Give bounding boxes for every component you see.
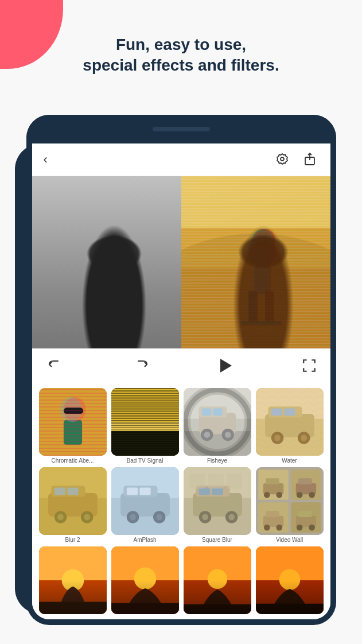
filter-thumb-svg-fisheye <box>184 388 251 456</box>
header-icons <box>273 150 319 169</box>
filter-bottom-2[interactable] <box>111 546 179 616</box>
filter-videowall[interactable]: Video Wall <box>256 467 324 543</box>
svg-rect-9 <box>98 291 107 323</box>
filter-thumb-svg-blur2 <box>39 467 107 535</box>
svg-line-14 <box>120 261 130 271</box>
svg-marker-0 <box>277 154 287 164</box>
svg-rect-6 <box>32 268 181 348</box>
svg-point-16 <box>181 234 330 348</box>
svg-rect-39 <box>111 388 179 456</box>
svg-rect-27 <box>249 291 258 323</box>
filter-label-chromatic: Chromatic Abe... <box>39 457 107 464</box>
filter-thumb-svg-b3 <box>184 546 251 614</box>
svg-point-111 <box>202 514 208 521</box>
filter-thumb-bottom-4 <box>256 546 324 614</box>
svg-point-156 <box>279 569 299 590</box>
svg-point-35 <box>61 397 84 422</box>
svg-point-124 <box>263 492 270 498</box>
filter-chromatic[interactable]: Chromatic Abe... <box>39 388 107 464</box>
svg-rect-51 <box>111 410 179 412</box>
svg-rect-46 <box>111 398 179 399</box>
app-screen: ‹ <box>32 143 330 619</box>
filter-bottom-4[interactable] <box>256 546 324 616</box>
svg-rect-116 <box>227 474 242 489</box>
svg-rect-114 <box>189 474 205 489</box>
svg-point-141 <box>61 569 84 592</box>
svg-rect-15 <box>181 176 330 348</box>
filter-badtv[interactable]: Bad TV Signal <box>111 388 179 464</box>
svg-rect-4 <box>32 176 181 348</box>
filters-row-2: Blur 2 <box>39 467 324 543</box>
svg-rect-38 <box>63 408 83 414</box>
phone-mockup: ‹ <box>26 115 336 625</box>
skater-color-svg <box>181 176 330 348</box>
svg-rect-17 <box>181 268 330 348</box>
svg-rect-52 <box>111 413 179 414</box>
svg-rect-157 <box>256 604 324 614</box>
filter-label-blur2: Blur 2 <box>39 537 107 543</box>
filter-blur2[interactable]: Blur 2 <box>39 467 107 543</box>
header-title: Fun, easy to use, special effects and fi… <box>0 34 362 76</box>
svg-rect-22 <box>255 265 271 294</box>
filter-thumb-svg-amplash <box>111 467 179 535</box>
svg-rect-155 <box>256 580 324 614</box>
svg-line-13 <box>89 271 104 282</box>
svg-rect-123 <box>266 478 279 484</box>
phone-frame: ‹ <box>26 115 336 625</box>
svg-rect-150 <box>184 580 251 614</box>
svg-rect-64 <box>202 408 211 416</box>
filter-thumb-chromatic <box>39 388 107 456</box>
controls-bar <box>32 348 330 382</box>
svg-point-19 <box>251 235 276 267</box>
filter-thumb-bottom-3 <box>184 546 251 614</box>
redo-button[interactable] <box>133 357 150 374</box>
svg-rect-44 <box>111 393 179 394</box>
filter-thumb-squareblur <box>184 467 251 535</box>
svg-point-67 <box>204 432 210 438</box>
filter-water[interactable]: Water <box>256 388 324 464</box>
back-button[interactable]: ‹ <box>44 152 48 167</box>
svg-rect-65 <box>213 408 222 416</box>
svg-point-136 <box>296 525 302 531</box>
svg-point-7 <box>100 235 125 267</box>
svg-rect-98 <box>126 487 137 495</box>
filter-squareblur[interactable]: Square Blur <box>184 467 251 543</box>
filter-thumb-bottom-1 <box>39 546 107 614</box>
svg-rect-12 <box>91 321 131 325</box>
svg-point-128 <box>296 492 302 498</box>
svg-point-132 <box>263 525 270 531</box>
svg-point-37 <box>60 397 82 422</box>
svg-rect-31 <box>240 321 281 325</box>
svg-rect-99 <box>139 487 150 495</box>
play-button[interactable] <box>220 359 232 373</box>
svg-rect-55 <box>111 420 179 421</box>
svg-rect-50 <box>111 408 179 409</box>
svg-rect-48 <box>111 403 179 404</box>
svg-rect-147 <box>111 603 179 614</box>
filters-row-3 <box>39 546 324 616</box>
filter-thumb-svg-chromatic <box>39 388 107 456</box>
filter-thumb-videowall <box>256 467 324 535</box>
svg-point-1 <box>281 157 284 161</box>
svg-point-5 <box>32 234 181 348</box>
filter-bottom-1[interactable] <box>39 546 107 616</box>
fullscreen-button[interactable] <box>302 358 317 373</box>
image-filtered <box>181 176 330 348</box>
export-icon[interactable] <box>301 150 319 169</box>
svg-rect-115 <box>208 474 223 489</box>
phone-speaker <box>153 127 210 131</box>
chromatic-overlay <box>181 176 330 348</box>
filter-fisheye[interactable]: Fisheye <box>184 388 251 464</box>
svg-rect-40 <box>111 388 179 431</box>
settings-icon[interactable] <box>273 150 291 169</box>
filter-thumb-svg-badtv <box>111 388 179 456</box>
svg-point-125 <box>276 492 282 498</box>
filter-amplash[interactable]: AmPlash <box>111 467 179 543</box>
svg-rect-82 <box>256 388 324 456</box>
filter-label-badtv: Bad TV Signal <box>111 457 179 464</box>
svg-point-20 <box>248 235 273 267</box>
filter-bottom-3[interactable] <box>184 546 251 616</box>
filter-thumb-svg-squareblur <box>184 467 251 535</box>
svg-rect-93 <box>39 467 107 535</box>
undo-button[interactable] <box>46 357 63 374</box>
